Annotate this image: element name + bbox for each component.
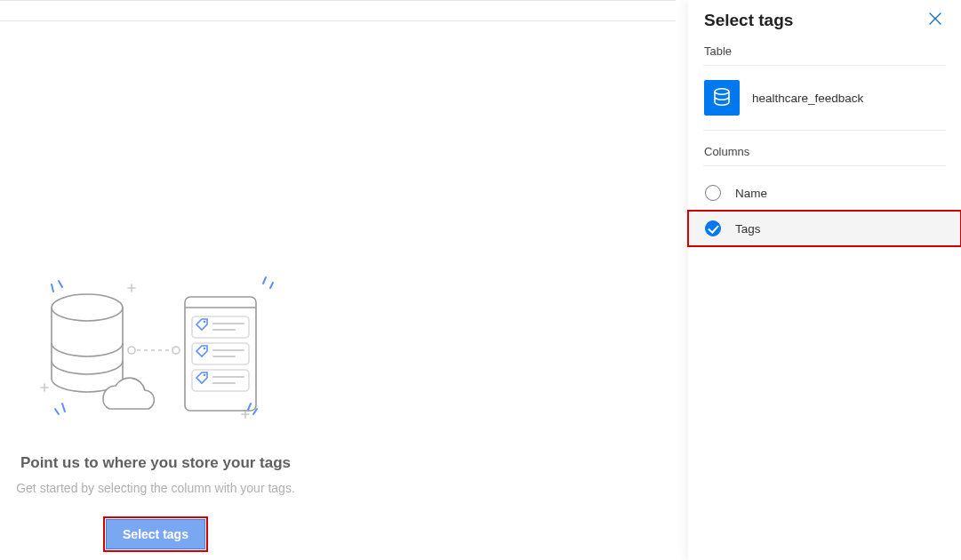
database-to-tags-illustration <box>36 254 293 423</box>
svg-point-32 <box>715 89 729 94</box>
column-item-name[interactable]: Name <box>688 175 961 211</box>
table-section-label: Table <box>704 44 945 58</box>
svg-line-2 <box>263 277 266 284</box>
table-name: healthcare_feedback <box>752 92 863 105</box>
table-row[interactable]: healthcare_feedback <box>704 71 945 130</box>
svg-point-17 <box>172 347 180 354</box>
divider <box>703 65 946 66</box>
button-highlight-frame: Select tags <box>103 516 208 552</box>
radio-icon <box>705 185 721 201</box>
empty-state-subheading: Get started by selecting the column with… <box>0 481 311 495</box>
svg-line-7 <box>248 404 251 410</box>
columns-section: Columns Name Tags <box>704 145 945 246</box>
database-icon <box>704 80 740 116</box>
column-label: Tags <box>735 222 761 236</box>
main-content: Point us to where you store your tags Ge… <box>0 0 676 560</box>
select-tags-panel: Select tags Table healthcare_feedback Co… <box>688 0 961 560</box>
svg-line-3 <box>270 283 273 288</box>
select-tags-button[interactable]: Select tags <box>107 520 204 548</box>
svg-point-15 <box>128 347 135 354</box>
panel-header: Select tags <box>704 9 945 32</box>
column-label: Name <box>735 187 767 200</box>
svg-line-0 <box>52 284 53 292</box>
radio-checked-icon <box>705 220 721 236</box>
divider <box>703 165 946 166</box>
svg-point-23 <box>204 321 206 324</box>
svg-point-14 <box>52 294 123 321</box>
svg-line-1 <box>59 281 62 287</box>
svg-line-5 <box>55 409 59 414</box>
empty-state-heading: Point us to where you store your tags <box>0 454 311 472</box>
divider <box>703 130 946 131</box>
panel-title: Select tags <box>704 11 793 30</box>
close-icon[interactable] <box>925 9 945 32</box>
columns-section-label: Columns <box>704 145 945 158</box>
empty-state-text: Point us to where you store your tags Ge… <box>0 454 311 552</box>
column-list: Name Tags <box>688 175 961 246</box>
svg-point-25 <box>204 374 206 377</box>
column-item-tags[interactable]: Tags <box>688 211 961 246</box>
svg-line-4 <box>62 404 65 412</box>
svg-point-24 <box>204 348 206 350</box>
svg-rect-18 <box>185 297 256 411</box>
top-divider <box>0 20 676 21</box>
